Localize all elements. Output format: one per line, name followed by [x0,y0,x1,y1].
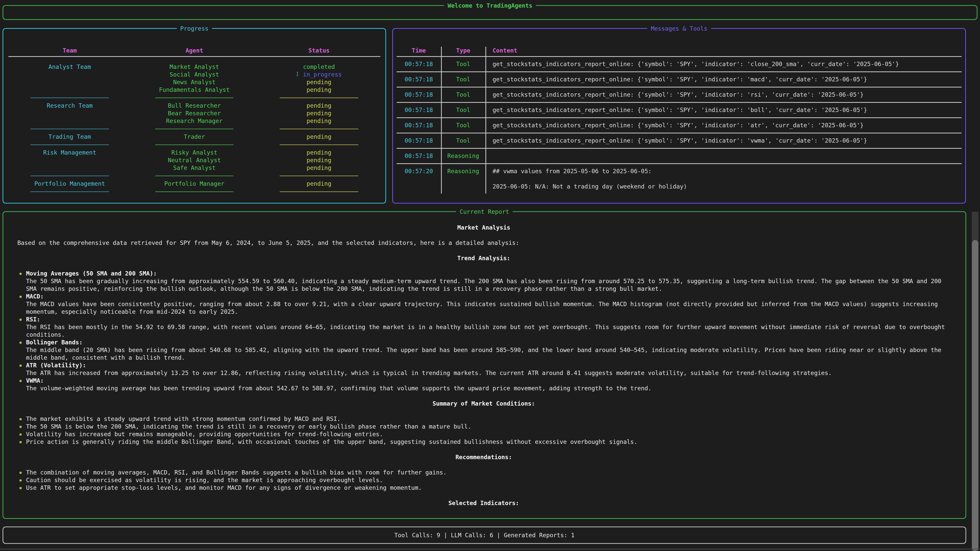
bullet-title: VWMA: [26,377,950,384]
messages-column-divider-1 [441,47,442,194]
message-content-line: get_stockstats_indicators_report_online:… [493,76,956,83]
report-bullet-item: ●Caution should be exercised as volatili… [18,476,950,484]
message-content-line: 2025-06-05: N/A: Not a trading day (week… [493,183,956,190]
bullet-text: The market exhibits a steady upward tren… [26,415,950,423]
report-bullet-item: ●ATR (Volatility):The ATR has increased … [18,362,950,377]
bullet-icon: ● [19,338,22,346]
bullet-text: The 50 SMA is below the 200 SMA, indicat… [26,423,950,430]
progress-team-row: Trading TeamTraderpending [7,133,381,141]
team-name: Trading Team [7,133,132,141]
welcome-title: Welcome to TradingAgents [444,2,536,10]
bullet-title: MACD: [26,292,950,300]
bullet-icon: ● [19,468,22,476]
status-pending: pending [257,133,381,141]
bullet-text: The ATR has increased from approximately… [26,369,950,377]
status-list: pending [257,133,381,141]
messages-col-content: Content [485,47,962,54]
agent-name: Neutral Analyst [132,156,256,164]
agent-name: Research Manager [132,117,256,125]
message-time: 00:57:18 [396,121,441,129]
terminal-screen: Welcome to TradingAgents Progress Team A… [0,0,980,551]
progress-col-status: Status [257,47,381,54]
stats-bar: Tool Calls: 9 | LLM Calls: 6 | Generated… [3,527,966,544]
message-content-line: get_stockstats_indicators_report_online:… [493,137,956,144]
message-type: Reasoning [441,167,485,175]
agent-name: News Analyst [132,78,256,86]
status-pending: pending [257,180,381,187]
bullet-icon: ● [19,415,22,423]
message-row: 00:57:18Toolget_stockstats_indicators_re… [396,87,962,103]
agent-name: Risky Analyst [132,149,256,156]
bullet-icon: ● [19,430,22,438]
status-completed: completed [257,63,381,71]
messages-tools-panel: Messages & Tools Time Type Content 00:57… [392,28,966,203]
progress-col-agent: Agent [132,47,256,54]
messages-column-divider-2 [485,47,486,194]
message-type: Reasoning [441,152,485,160]
message-content: ## vwma values from 2025-05-06 to 2025-0… [485,167,962,190]
message-content [485,152,962,160]
message-type: Tool [441,121,485,129]
bullet-text: The 50 SMA has been gradually increasing… [26,277,950,292]
message-time: 00:57:18 [396,76,441,83]
agent-name: Social Analyst [132,71,256,78]
team-name: Risk Management [7,149,132,171]
report-paragraph: Based on the comprehensive data retrieve… [18,239,950,247]
status-pending: pending [257,117,381,125]
message-row: 00:57:18Reasoning [396,149,962,164]
report-bullet-item: ●Volatility has increased but remains ma… [18,430,950,438]
message-type: Tool [441,106,485,114]
agent-list: Risky AnalystNeutral AnalystSafe Analyst [132,149,256,171]
messages-panel-title: Messages & Tools [647,25,711,32]
message-type: Tool [441,60,485,68]
status-pending: pending [257,164,381,171]
progress-team-row: Analyst TeamMarket AnalystSocial Analyst… [7,63,381,94]
report-bullet-item: ●Use ATR to set appropriate stop-loss le… [18,484,950,492]
message-type: Tool [441,137,485,144]
progress-team-row: Research TeamBull ResearcherBear Researc… [7,102,381,125]
current-report-panel: Current Report Market AnalysisBased on t… [3,211,966,519]
progress-row-divider [7,125,381,133]
message-row: 00:57:18Toolget_stockstats_indicators_re… [396,57,962,72]
bullet-icon: ● [19,362,22,369]
bullet-icon: ● [19,270,22,277]
status-pending: pending [257,78,381,86]
stats-text: Tool Calls: 9 | LLM Calls: 6 | Generated… [394,531,574,539]
message-content-line: ## vwma values from 2025-05-06 to 2025-0… [493,167,956,175]
message-row: 00:57:18Toolget_stockstats_indicators_re… [396,133,962,149]
agent-list: Bull ResearcherBear ResearcherResearch M… [132,102,256,125]
agent-name: Bull Researcher [132,102,256,110]
bullet-text: The volume-weighted moving average has b… [26,384,950,392]
bullet-icon: ● [19,292,22,300]
progress-panel-title: Progress [177,25,212,32]
report-content: Market AnalysisBased on the comprehensiv… [3,212,966,507]
report-heading: Market Analysis [18,224,950,231]
message-content: get_stockstats_indicators_report_online:… [485,137,962,144]
agent-list: Portfolio Manager [132,180,256,187]
report-heading: Trend Analysis: [18,254,950,262]
report-panel-title: Current Report [456,208,513,216]
progress-row-divider [7,141,381,149]
message-row: 00:57:18Toolget_stockstats_indicators_re… [396,72,962,87]
progress-table-header: Team Agent Status [7,47,381,54]
team-name: Portfolio Management [7,180,132,187]
report-bullet-item: ●The market exhibits a steady upward tre… [18,415,950,423]
report-bullet-item: ●VWMA:The volume-weighted moving average… [18,377,950,392]
window-bottom-edge [0,549,980,549]
scrollbar-thumb[interactable] [972,240,978,551]
progress-team-row: Risk ManagementRisky AnalystNeutral Anal… [7,149,381,171]
welcome-panel: Welcome to TradingAgents [3,5,977,20]
progress-row-divider [7,187,381,196]
report-heading: Selected Indicators: [18,499,950,507]
status-list: pendingpendingpending [257,102,381,125]
report-bullet-item: ●Moving Averages (50 SMA and 200 SMA):Th… [18,270,950,292]
bullet-icon: ● [19,316,22,323]
agent-name: Portfolio Manager [132,180,256,187]
progress-table-body: Analyst TeamMarket AnalystSocial Analyst… [7,57,381,196]
progress-row-divider [7,94,381,102]
report-bullet-item: ●Bollinger Bands:The middle band (20 SMA… [18,338,950,362]
message-content-line: get_stockstats_indicators_report_online:… [493,106,956,114]
message-type: Tool [441,91,485,98]
progress-panel: Progress Team Agent Status Analyst TeamM… [3,28,386,203]
message-content-line [493,175,956,183]
